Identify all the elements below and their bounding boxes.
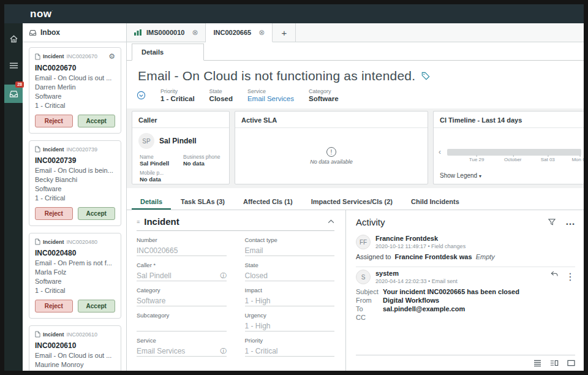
caller-avatar: SP (138, 133, 154, 149)
home-icon[interactable] (4, 31, 23, 47)
card-priority: 1 - Critical (35, 102, 115, 109)
record-meta-row: Priority 1 - Critical State Closed Servi… (127, 85, 584, 108)
close-tab-icon[interactable]: ⊗ (258, 28, 265, 37)
field-contact-type: Contact type Email (245, 231, 335, 256)
tab-details-record[interactable]: Details (132, 44, 204, 61)
tab-task-slas[interactable]: Task SLAs (3) (172, 193, 233, 210)
document-icon (35, 331, 40, 338)
field-priority: Priority 1 - Critical (245, 331, 335, 357)
split-view-icon[interactable] (550, 360, 559, 366)
card-category: Software (35, 278, 115, 285)
new-tab-button[interactable]: + (273, 23, 296, 42)
chevron-left-icon[interactable]: ‹ (439, 148, 441, 156)
card-type-label: Incident (43, 331, 64, 338)
accept-button[interactable]: Accept (78, 300, 116, 312)
card-type-label: Incident (43, 53, 64, 59)
caret-down-icon: ▾ (479, 173, 481, 179)
reject-button[interactable]: Reject (35, 300, 73, 312)
card-record-id: INC0020480 (67, 239, 98, 245)
incident-card[interactable]: Incident INC0020670 ⚙ INC0020670 Email -… (29, 47, 121, 134)
workspace-main: IMS0000010 ⊗ INC0020665 ⊗ + Details Emai… (127, 23, 584, 371)
card-record-id: INC0020739 (67, 146, 98, 153)
activity-title: Activity (356, 217, 385, 227)
ci-timeline-card: CI Timeline - Last 14 days ‹ Tue 29 Octo… (433, 111, 584, 184)
tag-icon[interactable] (421, 72, 430, 80)
email-details: Subject Your incident INC0020665 has bee… (356, 288, 575, 321)
reject-button[interactable]: Reject (35, 207, 73, 220)
inbox-icon (29, 29, 37, 36)
major-incident-icon (134, 29, 141, 36)
caller-card-title: Caller (132, 112, 229, 128)
nav-rail: 28 (4, 23, 23, 371)
card-caller: Maurine Monroy (35, 361, 115, 368)
tab-child-incidents[interactable]: Child Incidents (402, 193, 468, 210)
card-summary: Email - On Cloud is bein... (35, 167, 115, 174)
meta-priority: Priority 1 - Critical (160, 88, 195, 102)
card-summary: Email - On Cloud is out ... (35, 74, 115, 81)
record-title: Email - On Cloud is not functioning as i… (138, 69, 415, 83)
inbox-badge: 28 (15, 81, 24, 88)
active-sla-card: Active SLA ! No data available (235, 111, 428, 184)
field-state: State Closed (245, 256, 335, 281)
field-category: Category Software (137, 281, 227, 306)
filter-icon[interactable] (548, 219, 556, 225)
incident-section-header[interactable]: ≡ Incident (137, 216, 334, 231)
incident-card[interactable]: Incident INC0020739 INC0020739 Email - O… (29, 140, 121, 226)
inbox-panel: Inbox Incident INC0020670 ⚙ INC0020670 E… (23, 23, 127, 371)
tab-details[interactable]: Details (132, 193, 171, 210)
document-icon (35, 146, 40, 153)
tab-inc0020665[interactable]: INC0020665 ⊗ (206, 23, 273, 42)
tab-affected-cis[interactable]: Affected CIs (1) (235, 193, 301, 210)
servicenow-logo: now. (30, 8, 53, 20)
show-legend-button[interactable]: Show Legend ▾ (440, 172, 481, 179)
timeline-tick: Sat 03 (541, 157, 555, 162)
field-caller: Caller * Sal Pindellⓘ (137, 256, 227, 281)
full-view-icon[interactable] (567, 360, 575, 366)
service-link[interactable]: Email Services (247, 95, 294, 102)
close-tab-icon[interactable]: ⊗ (192, 28, 198, 37)
avatar: S (356, 270, 371, 284)
list-view-icon[interactable] (533, 360, 541, 366)
more-options-icon[interactable]: … (565, 216, 575, 227)
timeline-ticks: Tue 29 October Sat 03 Mon 05 (447, 157, 581, 165)
activity-entry-email: S system 2020-04-14 22:02:33 • Email sen… (356, 267, 575, 327)
accept-button[interactable]: Accept (78, 115, 116, 127)
card-number: INC0020610 (35, 341, 115, 350)
timeline-track[interactable] (447, 149, 581, 156)
caller-field-mobile-phone: Mobile p... No data (140, 170, 179, 183)
incident-card[interactable]: Incident INC0020610 INC0020610 Email - O… (29, 325, 121, 371)
card-type-label: Incident (43, 146, 64, 153)
activity-panel: Activity … FF Francine F (346, 210, 584, 371)
alert-circle-icon: ! (326, 147, 336, 157)
avatar: FF (356, 235, 371, 249)
incident-form-panel: ≡ Incident Number INC0020665 Con (127, 210, 346, 371)
workspace-tabstrip: IMS0000010 ⊗ INC0020665 ⊗ + (127, 23, 584, 42)
reject-button[interactable]: Reject (35, 115, 73, 127)
summary-cards-row: Caller SP Sal Pindell Name Sal Pindell (127, 108, 584, 188)
accept-button[interactable]: Accept (78, 207, 116, 220)
ci-timeline-title: CI Timeline - Last 14 days (434, 112, 584, 128)
tab-impacted-services[interactable]: Impacted Services/CIs (2) (303, 193, 401, 210)
info-icon[interactable]: ⓘ (221, 347, 227, 355)
card-priority: 1 - Critical (35, 287, 115, 294)
chevron-up-icon[interactable] (328, 219, 334, 224)
caller-name[interactable]: Sal Pindell (159, 137, 197, 145)
field-impact: Impact 1 - High (245, 281, 335, 306)
tab-ims0000010[interactable]: IMS0000010 ⊗ (127, 23, 206, 42)
activity-author: Francine Frontdesk (375, 235, 466, 242)
field-number: Number INC0020665 (137, 231, 227, 256)
list-menu-icon[interactable] (4, 58, 23, 74)
info-icon[interactable]: ⓘ (221, 271, 227, 280)
reply-icon[interactable] (551, 271, 558, 277)
gear-icon[interactable]: ⚙ (108, 53, 115, 60)
kebab-menu-icon[interactable]: ⋮ (565, 271, 575, 282)
inbox-nav-icon[interactable]: 28 (4, 85, 23, 103)
meta-state: State Closed (209, 88, 233, 102)
field-urgency: Urgency 1 - High (245, 306, 335, 331)
incident-card[interactable]: Incident INC0020480 INC0020480 Email - O… (29, 233, 121, 319)
timeline-tick: October (504, 157, 521, 162)
field-subcategory: Subcategory (137, 306, 227, 331)
inbox-card-list: Incident INC0020670 ⚙ INC0020670 Email -… (23, 42, 126, 371)
detail-tabs: Details Task SLAs (3) Affected CIs (1) I… (127, 193, 584, 210)
card-number: INC0020670 (35, 64, 115, 72)
